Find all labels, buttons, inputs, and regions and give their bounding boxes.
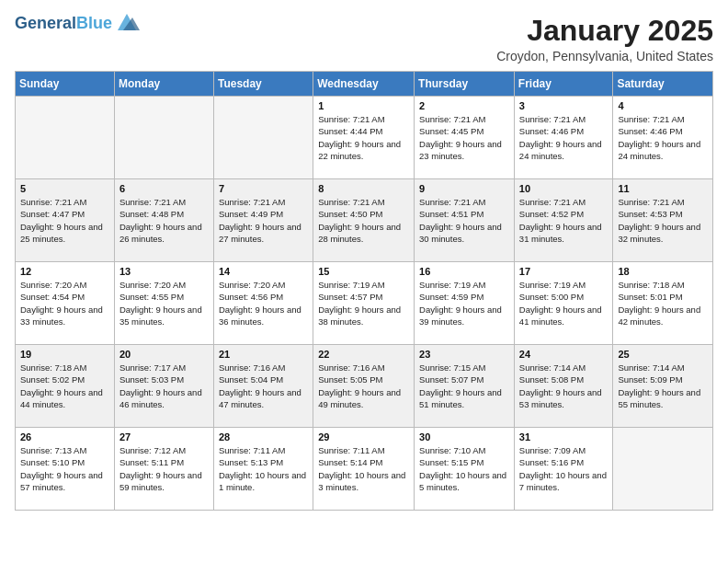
day-number: 13 <box>119 266 209 277</box>
cell-sun-info: Sunrise: 7:19 AMSunset: 4:59 PMDaylight:… <box>419 279 509 327</box>
calendar-cell: 14Sunrise: 7:20 AMSunset: 4:56 PMDayligh… <box>213 262 313 345</box>
day-number: 4 <box>618 100 708 111</box>
cell-sun-info: Sunrise: 7:21 AMSunset: 4:51 PMDaylight:… <box>419 196 509 245</box>
weekday-header-wednesday: Wednesday <box>313 72 415 97</box>
day-number: 18 <box>618 266 708 277</box>
cell-sun-info: Sunrise: 7:21 AMSunset: 4:44 PMDaylight:… <box>318 113 409 162</box>
cell-sun-info: Sunrise: 7:21 AMSunset: 4:53 PMDaylight:… <box>618 196 708 245</box>
day-number: 5 <box>20 183 109 194</box>
day-number: 26 <box>20 431 109 442</box>
calendar-cell: 17Sunrise: 7:19 AMSunset: 5:00 PMDayligh… <box>514 262 613 345</box>
cell-sun-info: Sunrise: 7:20 AMSunset: 4:54 PMDaylight:… <box>20 279 109 327</box>
weekday-header-saturday: Saturday <box>613 72 713 97</box>
calendar-cell: 28Sunrise: 7:11 AMSunset: 5:13 PMDayligh… <box>213 428 313 511</box>
day-number: 20 <box>119 349 209 360</box>
calendar-cell: 2Sunrise: 7:21 AMSunset: 4:45 PMDaylight… <box>415 97 515 179</box>
cell-sun-info: Sunrise: 7:10 AMSunset: 5:15 PMDaylight:… <box>419 444 509 493</box>
page: GeneralBlue January 2025 Croydon, Pennsy… <box>0 0 728 525</box>
calendar-cell: 22Sunrise: 7:16 AMSunset: 5:05 PMDayligh… <box>313 345 415 428</box>
day-number: 6 <box>119 183 209 194</box>
logo-text-general: GeneralBlue <box>15 15 112 33</box>
day-number: 27 <box>119 431 209 442</box>
calendar-cell: 19Sunrise: 7:18 AMSunset: 5:02 PMDayligh… <box>16 345 115 428</box>
calendar-cell: 7Sunrise: 7:21 AMSunset: 4:49 PMDaylight… <box>213 179 313 262</box>
day-number: 31 <box>519 431 609 442</box>
calendar-week-2: 5Sunrise: 7:21 AMSunset: 4:47 PMDaylight… <box>16 179 713 262</box>
calendar-cell: 20Sunrise: 7:17 AMSunset: 5:03 PMDayligh… <box>114 345 213 428</box>
day-number: 22 <box>318 349 409 360</box>
cell-sun-info: Sunrise: 7:14 AMSunset: 5:09 PMDaylight:… <box>618 362 708 410</box>
calendar-cell: 30Sunrise: 7:10 AMSunset: 5:15 PMDayligh… <box>415 428 515 511</box>
calendar-cell: 21Sunrise: 7:16 AMSunset: 5:04 PMDayligh… <box>213 345 313 428</box>
day-number: 24 <box>519 349 609 360</box>
logo: GeneralBlue <box>15 15 140 33</box>
cell-sun-info: Sunrise: 7:21 AMSunset: 4:46 PMDaylight:… <box>618 113 708 162</box>
day-number: 11 <box>618 183 708 194</box>
day-number: 9 <box>419 183 509 194</box>
calendar-week-3: 12Sunrise: 7:20 AMSunset: 4:54 PMDayligh… <box>16 262 713 345</box>
cell-sun-info: Sunrise: 7:15 AMSunset: 5:07 PMDaylight:… <box>419 362 509 410</box>
calendar-cell <box>213 97 313 179</box>
calendar-cell: 13Sunrise: 7:20 AMSunset: 4:55 PMDayligh… <box>114 262 213 345</box>
day-number: 2 <box>419 100 509 111</box>
cell-sun-info: Sunrise: 7:16 AMSunset: 5:04 PMDaylight:… <box>219 362 308 410</box>
day-number: 14 <box>219 266 308 277</box>
calendar-cell: 11Sunrise: 7:21 AMSunset: 4:53 PMDayligh… <box>613 179 713 262</box>
cell-sun-info: Sunrise: 7:13 AMSunset: 5:10 PMDaylight:… <box>20 444 109 493</box>
cell-sun-info: Sunrise: 7:17 AMSunset: 5:03 PMDaylight:… <box>119 362 209 410</box>
calendar-cell <box>16 97 115 179</box>
logo-text-blue: Blue <box>76 14 112 32</box>
calendar-cell: 31Sunrise: 7:09 AMSunset: 5:16 PMDayligh… <box>514 428 613 511</box>
day-number: 19 <box>20 349 109 360</box>
cell-sun-info: Sunrise: 7:21 AMSunset: 4:48 PMDaylight:… <box>119 196 209 245</box>
header: GeneralBlue January 2025 Croydon, Pennsy… <box>15 15 713 63</box>
day-number: 28 <box>219 431 308 442</box>
cell-sun-info: Sunrise: 7:12 AMSunset: 5:11 PMDaylight:… <box>119 444 209 493</box>
cell-sun-info: Sunrise: 7:19 AMSunset: 5:00 PMDaylight:… <box>519 279 609 327</box>
weekday-header-monday: Monday <box>114 72 213 97</box>
day-number: 17 <box>519 266 609 277</box>
cell-sun-info: Sunrise: 7:09 AMSunset: 5:16 PMDaylight:… <box>519 444 609 493</box>
day-number: 29 <box>318 431 409 442</box>
calendar-cell: 3Sunrise: 7:21 AMSunset: 4:46 PMDaylight… <box>514 97 613 179</box>
day-number: 1 <box>318 100 409 111</box>
cell-sun-info: Sunrise: 7:21 AMSunset: 4:52 PMDaylight:… <box>519 196 609 245</box>
cell-sun-info: Sunrise: 7:21 AMSunset: 4:47 PMDaylight:… <box>20 196 109 245</box>
calendar-cell: 25Sunrise: 7:14 AMSunset: 5:09 PMDayligh… <box>613 345 713 428</box>
cell-sun-info: Sunrise: 7:21 AMSunset: 4:49 PMDaylight:… <box>219 196 308 245</box>
cell-sun-info: Sunrise: 7:11 AMSunset: 5:13 PMDaylight:… <box>219 444 308 493</box>
calendar-cell: 6Sunrise: 7:21 AMSunset: 4:48 PMDaylight… <box>114 179 213 262</box>
cell-sun-info: Sunrise: 7:21 AMSunset: 4:46 PMDaylight:… <box>519 113 609 162</box>
calendar-week-1: 1Sunrise: 7:21 AMSunset: 4:44 PMDaylight… <box>16 97 713 179</box>
calendar-cell: 26Sunrise: 7:13 AMSunset: 5:10 PMDayligh… <box>16 428 115 511</box>
calendar-cell: 5Sunrise: 7:21 AMSunset: 4:47 PMDaylight… <box>16 179 115 262</box>
calendar-cell <box>114 97 213 179</box>
weekday-header-sunday: Sunday <box>16 72 115 97</box>
day-number: 15 <box>318 266 409 277</box>
weekday-header-thursday: Thursday <box>415 72 515 97</box>
day-number: 10 <box>519 183 609 194</box>
logo-icon <box>114 14 140 30</box>
day-number: 30 <box>419 431 509 442</box>
cell-sun-info: Sunrise: 7:18 AMSunset: 5:02 PMDaylight:… <box>20 362 109 410</box>
calendar-cell: 1Sunrise: 7:21 AMSunset: 4:44 PMDaylight… <box>313 97 415 179</box>
month-title: January 2025 <box>496 15 713 47</box>
day-number: 12 <box>20 266 109 277</box>
day-number: 21 <box>219 349 308 360</box>
day-number: 8 <box>318 183 409 194</box>
cell-sun-info: Sunrise: 7:19 AMSunset: 4:57 PMDaylight:… <box>318 279 409 327</box>
calendar-cell: 16Sunrise: 7:19 AMSunset: 4:59 PMDayligh… <box>415 262 515 345</box>
day-number: 7 <box>219 183 308 194</box>
cell-sun-info: Sunrise: 7:21 AMSunset: 4:50 PMDaylight:… <box>318 196 409 245</box>
cell-sun-info: Sunrise: 7:14 AMSunset: 5:08 PMDaylight:… <box>519 362 609 410</box>
cell-sun-info: Sunrise: 7:20 AMSunset: 4:56 PMDaylight:… <box>219 279 308 327</box>
location-title: Croydon, Pennsylvania, United States <box>496 49 713 63</box>
calendar-cell: 9Sunrise: 7:21 AMSunset: 4:51 PMDaylight… <box>415 179 515 262</box>
calendar-week-4: 19Sunrise: 7:18 AMSunset: 5:02 PMDayligh… <box>16 345 713 428</box>
day-number: 16 <box>419 266 509 277</box>
day-number: 23 <box>419 349 509 360</box>
cell-sun-info: Sunrise: 7:16 AMSunset: 5:05 PMDaylight:… <box>318 362 409 410</box>
weekday-header-row: SundayMondayTuesdayWednesdayThursdayFrid… <box>16 72 713 97</box>
calendar-table: SundayMondayTuesdayWednesdayThursdayFrid… <box>15 71 713 511</box>
calendar-cell: 18Sunrise: 7:18 AMSunset: 5:01 PMDayligh… <box>613 262 713 345</box>
